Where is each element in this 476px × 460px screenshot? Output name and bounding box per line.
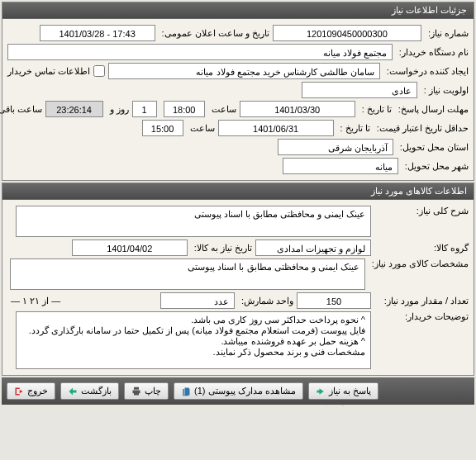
spec-textarea[interactable]: [10, 258, 365, 290]
province-value: آذربایجان شرقی: [278, 139, 393, 155]
days-and-label: روز و: [110, 104, 129, 115]
overall-label: شرح کلی نیاز:: [378, 206, 469, 216]
remain-suffix-label: ساعت باقی مانده: [0, 104, 42, 115]
need-info-panel: جزئیات اطلاعات نیاز شماره نیاز: 12010904…: [2, 2, 474, 181]
pager-label: — ۱ از ۲۱ —: [11, 296, 60, 306]
requester-label: ایجاد کننده درخواست:: [387, 66, 469, 77]
attachments-button[interactable]: مشاهده مدارک پیوستی (1): [174, 382, 303, 400]
validity-label: حداقل تاریخ اعتبار قیمت:: [377, 123, 469, 134]
items-title: اطلاعات کالاهای مورد نیاز: [371, 186, 467, 196]
time-remaining-value: 23:26:14: [45, 101, 103, 117]
contact-checkbox-wrap[interactable]: اطلاعات تماس خریدار: [7, 65, 105, 77]
unit-value: عدد: [160, 292, 235, 309]
buyer-value: مجتمع فولاد میانه: [7, 44, 393, 60]
attachment-icon: [181, 386, 191, 396]
reply-icon: [316, 386, 326, 396]
qty-label: تعداد / مقدار مورد نیاز:: [378, 296, 469, 306]
group-value: لوازم و تجهیزات امدادی: [255, 239, 371, 256]
print-icon: [131, 386, 141, 396]
need-info-body: شماره نیاز: 1201090450000300 تاریخ و ساع…: [2, 19, 474, 180]
validity-to-date-label: تا تاریخ :: [340, 123, 370, 134]
deadline-date-value: 1401/03/30: [240, 101, 355, 117]
back-icon: [68, 386, 78, 396]
deadline-time-label: ساعت: [212, 104, 236, 115]
validity-date-value: 1401/06/31: [218, 120, 334, 136]
spec-label: مشخصات کالای مورد نیاز:: [372, 258, 469, 269]
print-button[interactable]: چاپ: [124, 382, 169, 400]
exit-icon: [14, 386, 24, 396]
need-date-value: 1401/04/02: [72, 239, 188, 256]
need-info-title: جزئیات اطلاعات نیاز: [392, 5, 467, 15]
days-remaining-value: 1: [132, 101, 157, 117]
need-date-label: تاریخ نیاز به کالا:: [194, 243, 252, 254]
validity-time-value: 15:00: [142, 120, 183, 136]
deadline-label: مهلت ارسال پاسخ:: [398, 104, 469, 115]
buyer-notes-textarea[interactable]: [16, 311, 371, 369]
print-button-label: چاپ: [145, 386, 161, 396]
contact-checkbox[interactable]: [93, 65, 105, 77]
items-panel: اطلاعات کالاهای مورد نیاز شرح کلی نیاز: …: [2, 183, 474, 376]
respond-button[interactable]: پاسخ به نیاز: [308, 382, 378, 400]
need-info-header: جزئیات اطلاعات نیاز: [2, 2, 474, 19]
deadline-time-value: 18:00: [164, 101, 205, 117]
items-header: اطلاعات کالاهای مورد نیاز: [2, 183, 474, 200]
overall-textarea[interactable]: [16, 206, 371, 237]
attachments-button-label: مشاهده مدارک پیوستی (1): [194, 386, 296, 396]
contact-checkbox-label: اطلاعات تماس خریدار: [7, 66, 90, 77]
unit-label: واحد شمارش:: [241, 296, 293, 306]
city-value: میانه: [283, 158, 398, 174]
group-label: گروه کالا:: [378, 243, 469, 254]
qty-value: 150: [297, 292, 371, 309]
priority-value: عادی: [302, 82, 417, 98]
buttons-bar: خروج بازگشت چاپ مشاهده مدارک پیوستی (1) …: [2, 377, 474, 405]
requester-value: سامان طالشی کارشناس خرید مجتمع فولاد میا…: [108, 63, 380, 79]
deadline-to-date-label: تا تاریخ :: [362, 104, 392, 115]
back-button[interactable]: بازگشت: [60, 382, 119, 400]
priority-label: اولویت نیاز :: [424, 85, 469, 96]
public-announce-value: 17:43 - 1401/03/28: [40, 25, 155, 41]
city-label: شهر محل تحویل:: [405, 161, 469, 172]
need-no-label: شماره نیاز:: [428, 28, 469, 39]
back-button-label: بازگشت: [81, 386, 112, 396]
buyer-notes-label: توضیحات خریدار:: [378, 311, 469, 322]
province-label: استان محل تحویل:: [400, 142, 469, 153]
need-no-value: 1201090450000300: [273, 25, 421, 41]
exit-button-label: خروج: [27, 386, 48, 396]
respond-button-label: پاسخ به نیاز: [329, 386, 371, 396]
public-announce-label: تاریخ و ساعت اعلان عمومی:: [162, 28, 269, 39]
buyer-label: نام دستگاه خریدار:: [399, 47, 469, 58]
validity-time-label: ساعت: [190, 123, 215, 134]
items-body: شرح کلی نیاز: گروه کالا: لوازم و تجهیزات…: [2, 200, 474, 375]
exit-button[interactable]: خروج: [7, 382, 55, 400]
